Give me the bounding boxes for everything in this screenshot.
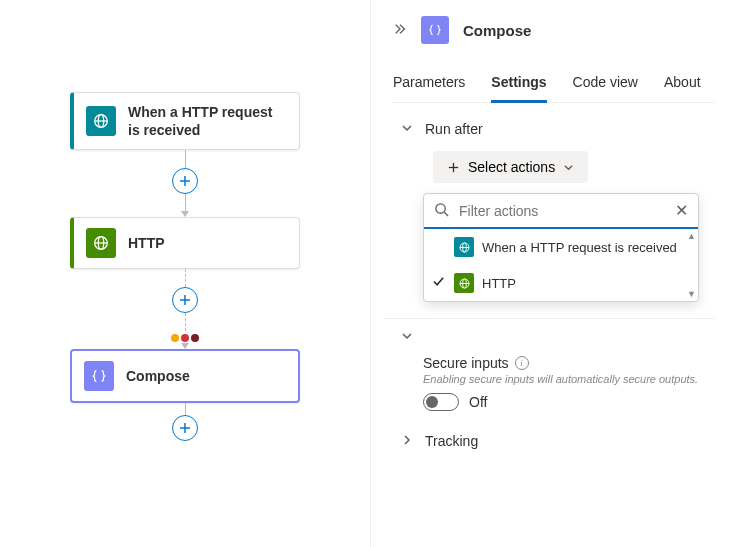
connector [172,403,198,441]
svg-line-15 [444,212,448,216]
panel-title: Compose [463,22,531,39]
tab-codeview[interactable]: Code view [573,68,638,102]
workflow-canvas: When a HTTP request is received HTTP Com… [0,0,370,547]
action-option-label: HTTP [482,276,516,291]
section-divider [385,318,714,319]
add-step-button[interactable] [172,415,198,441]
node-label: Compose [126,367,190,385]
chevron-right-icon [401,434,415,449]
search-icon [434,202,449,220]
tab-settings[interactable]: Settings [491,68,546,103]
secure-inputs-description: Enabling secure inputs will automaticall… [423,373,714,385]
node-http[interactable]: HTTP [70,217,300,269]
globe-icon [454,237,474,257]
tab-about[interactable]: About [664,68,701,102]
action-option[interactable]: HTTP [424,265,698,301]
globe-icon [86,228,116,258]
select-actions-button[interactable]: Select actions [433,151,588,183]
chevron-down-icon [563,162,574,173]
scroll-up-icon[interactable]: ▲ [687,231,696,241]
secure-inputs-label: Secure inputs [423,355,509,371]
svg-point-14 [436,203,445,212]
braces-icon [84,361,114,391]
actions-dropdown: ✕ ▲ When a HTTP request is received [423,193,699,302]
node-compose[interactable]: Compose [70,349,300,403]
status-dots [171,334,199,342]
node-label: HTTP [128,234,165,252]
node-trigger[interactable]: When a HTTP request is received [70,92,300,150]
section-title: Tracking [425,433,478,449]
section-title: Run after [425,121,483,137]
braces-icon [421,16,449,44]
clear-filter-icon[interactable]: ✕ [675,201,688,220]
connector [171,269,199,349]
secure-inputs-toggle[interactable] [423,393,459,411]
section-tracking: Tracking [393,433,714,449]
action-option-label: When a HTTP request is received [482,240,677,255]
select-actions-label: Select actions [468,159,555,175]
section-header-tracking[interactable]: Tracking [401,433,714,449]
globe-icon [454,273,474,293]
section-header-run-after[interactable]: Run after [401,121,714,137]
collapse-panel-icon[interactable] [393,22,407,39]
toggle-state-label: Off [469,394,487,410]
chevron-down-icon [401,122,415,137]
info-icon[interactable]: i [515,356,529,370]
add-step-button[interactable] [172,287,198,313]
section-header-hidden[interactable]: . [401,329,714,345]
section-run-after: Run after Select actions ✕ ▲ [393,121,714,302]
filter-actions-input[interactable] [457,202,667,220]
globe-icon [86,106,116,136]
tab-parameters[interactable]: Parameters [393,68,465,102]
tabs: Parameters Settings Code view About [393,68,714,103]
scroll-down-icon[interactable]: ▼ [687,289,696,299]
check-icon [432,275,445,291]
actions-list: ▲ When a HTTP request is received HTTP [424,229,698,301]
connector [172,150,198,217]
add-step-button[interactable] [172,168,198,194]
details-panel: Compose Parameters Settings Code view Ab… [370,0,736,547]
node-label: When a HTTP request is received [128,103,287,139]
action-option[interactable]: When a HTTP request is received [424,229,698,265]
section-secure-inputs: . Secure inputs i Enabling secure inputs… [393,329,714,411]
chevron-down-icon [401,330,415,345]
